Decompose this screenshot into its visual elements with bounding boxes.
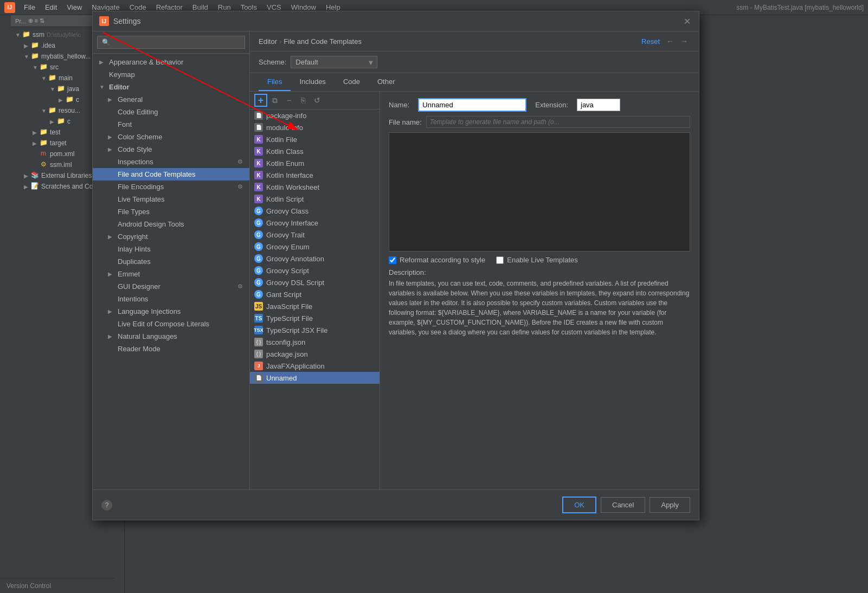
help-button[interactable]: ? — [101, 500, 112, 511]
file-list-panel: + ⧉ − ⎘ ↺ 📄 package-info — [250, 92, 380, 489]
list-item[interactable]: JS JavaScript File — [250, 300, 380, 312]
list-item[interactable]: TSX TypeScript JSX File — [250, 324, 380, 336]
ok-button[interactable]: OK — [562, 497, 596, 513]
nav-item-emmet[interactable]: ▶ Emmet — [93, 268, 249, 280]
nav-item-copyright[interactable]: ▶ Copyright — [93, 230, 249, 243]
nav-item-keymap[interactable]: Keymap — [93, 68, 249, 81]
nav-item-live-edit-compose[interactable]: Live Edit of Compose Literals — [93, 318, 249, 330]
list-item[interactable]: J JavaFXApplication — [250, 360, 380, 372]
enable-live-templates-checkbox-label[interactable]: Enable Live Templates — [496, 256, 578, 264]
tab-includes[interactable]: Includes — [291, 73, 334, 91]
nav-item-duplicates[interactable]: Duplicates — [93, 255, 249, 268]
settings-dialog: IJ Settings ✕ ▶ Appearance & Behavior — [92, 11, 699, 520]
list-item[interactable]: K Kotlin Class — [250, 145, 380, 157]
duplicate-template-button[interactable]: ⎘ — [297, 94, 310, 107]
nav-forward-button[interactable]: → — [678, 36, 690, 47]
dialog-titlebar: IJ Settings ✕ — [93, 11, 699, 31]
cancel-button[interactable]: Cancel — [601, 497, 645, 513]
nav-arrows: ← → — [664, 36, 690, 47]
tab-code[interactable]: Code — [335, 73, 369, 91]
nav-item-general[interactable]: ▶ General — [93, 93, 249, 106]
filename-input[interactable] — [426, 116, 690, 128]
dialog-title: Settings — [113, 17, 677, 25]
file-icon-kotlin-class: K — [254, 147, 263, 156]
file-icon-kotlin-file: K — [254, 135, 263, 144]
nav-item-color-scheme[interactable]: ▶ Color Scheme — [93, 131, 249, 143]
enable-live-templates-label: Enable Live Templates — [507, 256, 578, 264]
list-item[interactable]: K Kotlin Interface — [250, 169, 380, 181]
list-item[interactable]: G Groovy Enum — [250, 241, 380, 253]
nav-item-code-editing[interactable]: Code Editing — [93, 106, 249, 118]
enable-live-templates-checkbox[interactable] — [496, 256, 504, 264]
nav-item-file-types[interactable]: File Types — [93, 205, 249, 218]
extension-label: Extension: — [535, 101, 568, 109]
name-input[interactable] — [418, 98, 526, 112]
file-icon-groovy-trait: G — [254, 230, 263, 239]
nav-item-natural-languages[interactable]: ▶ Natural Languages — [93, 330, 249, 343]
nav-item-font[interactable]: Font — [93, 118, 249, 131]
add-template-button[interactable]: + — [254, 94, 267, 107]
reset-button[interactable]: Reset — [641, 37, 660, 46]
tab-files[interactable]: Files — [259, 73, 291, 91]
list-item[interactable]: 📄 package-info — [250, 109, 380, 121]
nav-item-inlay-hints[interactable]: Inlay Hints — [93, 243, 249, 255]
nav-item-file-templates[interactable]: File and Code Templates — [93, 168, 249, 181]
nav-item-android-design[interactable]: Android Design Tools — [93, 218, 249, 230]
apply-button[interactable]: Apply — [650, 497, 690, 513]
nav-item-language-injections[interactable]: ▶ Language Injections — [93, 305, 249, 318]
dialog-footer: ? OK Cancel Apply — [93, 489, 699, 520]
list-item[interactable]: G Groovy DSL Script — [250, 276, 380, 288]
list-item[interactable]: G Groovy Interface — [250, 217, 380, 229]
nav-item-intentions[interactable]: Intentions — [93, 293, 249, 305]
list-item[interactable]: K Kotlin Enum — [250, 157, 380, 169]
list-item[interactable]: { } tsconfig.json — [250, 336, 380, 348]
list-item[interactable]: K Kotlin Script — [250, 193, 380, 205]
template-editor[interactable] — [389, 132, 690, 252]
list-item[interactable]: G Groovy Class — [250, 205, 380, 217]
breadcrumb-separator: › — [279, 37, 281, 46]
list-item[interactable]: 📄 module-info — [250, 121, 380, 133]
scheme-select[interactable]: Default Project — [291, 56, 377, 68]
file-icon-gant-script: G — [254, 290, 263, 299]
options-row: Reformat according to style Enable Live … — [389, 256, 690, 264]
remove-template-button[interactable]: − — [282, 94, 295, 107]
content-header: Editor › File and Code Templates Reset ←… — [250, 31, 699, 51]
settings-search-input[interactable] — [97, 36, 245, 49]
nav-item-appearance[interactable]: ▶ Appearance & Behavior — [93, 56, 249, 68]
menu-edit[interactable]: Edit — [41, 2, 61, 13]
nav-item-file-encodings[interactable]: File Encodings ⚙ — [93, 181, 249, 193]
list-item[interactable]: G Groovy Annotation — [250, 253, 380, 265]
extension-input[interactable] — [577, 99, 620, 111]
close-button[interactable]: ✕ — [681, 16, 692, 27]
list-item-unnamed[interactable]: 📄 Unnamed — [250, 372, 380, 384]
app-logo: IJ — [4, 2, 15, 13]
list-item[interactable]: G Gant Script — [250, 288, 380, 300]
list-item[interactable]: G Groovy Script — [250, 265, 380, 276]
list-item[interactable]: K Kotlin Worksheet — [250, 181, 380, 193]
nav-item-gui-designer[interactable]: GUI Designer ⚙ — [93, 280, 249, 293]
nav-item-live-templates[interactable]: Live Templates — [93, 193, 249, 205]
tab-other[interactable]: Other — [369, 73, 404, 91]
menu-file[interactable]: File — [20, 2, 40, 13]
nav-item-inspections[interactable]: Inspections ⚙ — [93, 156, 249, 168]
file-icon-typescript: TS — [254, 314, 263, 323]
reset-template-button[interactable]: ↺ — [311, 94, 324, 107]
project-tab-icons: ⊕ ≡ ⇅ — [28, 17, 45, 24]
list-item[interactable]: { } package.json — [250, 348, 380, 360]
nav-back-button[interactable]: ← — [664, 36, 676, 47]
reformat-checkbox[interactable] — [389, 256, 396, 264]
file-icon-module-info: 📄 — [254, 123, 263, 132]
file-icon-groovy-interface: G — [254, 218, 263, 227]
breadcrumb: Editor › File and Code Templates — [259, 37, 362, 46]
copy-template-button[interactable]: ⧉ — [268, 94, 281, 107]
list-item[interactable]: TS TypeScript File — [250, 312, 380, 324]
file-icon-kotlin-interface: K — [254, 171, 263, 179]
nav-item-reader-mode[interactable]: Reader Mode — [93, 343, 249, 355]
reformat-checkbox-label[interactable]: Reformat according to style — [389, 256, 485, 264]
menu-view[interactable]: View — [62, 2, 86, 13]
file-icon-groovy-annotation: G — [254, 254, 263, 263]
list-item[interactable]: K Kotlin File — [250, 133, 380, 145]
nav-item-code-style[interactable]: ▶ Code Style — [93, 143, 249, 156]
nav-item-editor[interactable]: ▼ Editor — [93, 81, 249, 93]
list-item[interactable]: G Groovy Trait — [250, 229, 380, 241]
